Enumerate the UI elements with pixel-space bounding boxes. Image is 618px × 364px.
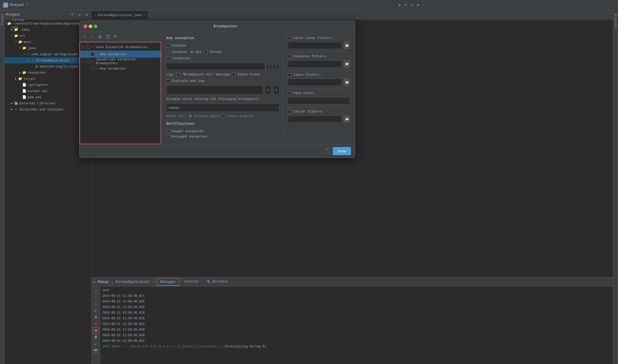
bp-checkbox-js[interactable] [87, 60, 90, 63]
instance-browse-btn[interactable]: 📁 [344, 60, 350, 67]
radio-leave-enabled[interactable] [222, 115, 225, 118]
bp-checkbox-java[interactable] [87, 45, 90, 49]
locate-btn[interactable]: ◎ [76, 12, 83, 18]
step-down-btn[interactable]: ↓ [93, 301, 99, 307]
tree-arrow-java: ▾ [18, 47, 22, 50]
stop-btn[interactable]: ■ [93, 321, 99, 327]
nav-list-icon[interactable]: ≡ [403, 3, 408, 7]
catch-class-browse-btn[interactable]: 📁 [344, 42, 350, 49]
debug-close-btn[interactable]: × [153, 280, 155, 284]
catch-class-checkbox[interactable] [288, 36, 291, 40]
tree-item-iml[interactable]: 📄 eureka.iml [5, 88, 91, 94]
tree-item-java[interactable]: ▾ 📁 java [5, 45, 91, 51]
record-btn[interactable]: ⏺ [93, 327, 99, 334]
copy-btn[interactable] [105, 33, 111, 40]
none-select[interactable]: <None> [166, 104, 279, 112]
help-button[interactable]: ? [324, 147, 331, 154]
folder-icon-idea: 📁 [14, 28, 18, 32]
project-dropdown-arrow[interactable]: ▼ [26, 4, 28, 6]
log-stack-trace-checkbox[interactable] [232, 73, 235, 76]
radio-thread[interactable] [204, 50, 207, 54]
catch-class-input[interactable] [288, 42, 342, 49]
tab-console[interactable]: Console [181, 278, 202, 286]
tree-item-resources[interactable]: ▶ 📁 resources [5, 70, 91, 76]
class-browse-btn[interactable]: 📁 [344, 79, 350, 86]
tree-item-scratches[interactable]: ▶ ✏ Scratches and Consoles [5, 106, 91, 112]
caller-input[interactable] [288, 116, 342, 123]
tree-item-src[interactable]: ▾ 📁 src [5, 33, 91, 39]
step-up-btn[interactable]: ↑ [93, 294, 99, 300]
tree-item-eureka[interactable]: ▾ 📁 eureka ~/worksoft/workspace/idea/myp… [5, 20, 91, 27]
condition-expand-btn[interactable]: ⤢ [266, 64, 272, 69]
done-button[interactable]: Done [333, 147, 351, 155]
maximize-traffic-light[interactable] [94, 25, 97, 28]
class-filter-checkbox[interactable] [288, 73, 291, 77]
tab-debugger[interactable]: Debugger [157, 278, 179, 286]
condition-checkbox[interactable] [166, 57, 170, 60]
tree-item-main-method[interactable]: m main(String[]):void [5, 63, 91, 70]
bp-group-java[interactable]: ▾ ⚡ Java Exception Breakpoints [80, 43, 161, 51]
tree-item-eureka-app[interactable]: ▾ ☕ EurekaApplication [5, 57, 91, 63]
gear-btn[interactable]: ⚙ [84, 12, 90, 18]
caller-browse-btn[interactable]: 📁 [344, 116, 350, 123]
remove-breakpoint-btn[interactable]: − [89, 33, 96, 40]
tab-close-btn[interactable]: × [143, 14, 145, 17]
bp-arrow-java: ▾ [82, 46, 86, 49]
radio-disable-again[interactable] [188, 115, 192, 118]
pass-count-input[interactable] [288, 97, 350, 104]
tree-item-main[interactable]: ▾ 📁 main [5, 39, 91, 45]
dialog-footer: ? Done [79, 144, 355, 158]
condition-dropdown-btn[interactable]: ▾ [273, 64, 279, 69]
restart-btn[interactable]: ↺ [93, 288, 99, 294]
bp-group-js[interactable]: ▾ ⚡ JavaScript Exception Breakpoints [80, 58, 161, 65]
camera-btn[interactable]: 📷 [93, 347, 99, 354]
nav-add-icon[interactable]: ⊕ [397, 3, 402, 7]
delete-btn[interactable]: 🗑 [93, 334, 99, 340]
export-btn[interactable] [97, 33, 104, 40]
suspend-checkbox[interactable] [166, 50, 170, 54]
radio-all[interactable] [190, 50, 193, 54]
bp-checkbox-js-any[interactable] [91, 67, 94, 70]
caught-exception-checkbox[interactable] [166, 130, 170, 133]
eval-log-input[interactable] [166, 85, 263, 95]
caller-filter-checkbox[interactable] [288, 110, 291, 113]
log-line-1: 2024-06-21 11:50:40.827 [102, 293, 611, 299]
enabled-checkbox[interactable] [166, 44, 170, 48]
tab-actuator[interactable]: 🔧 Actuator [204, 278, 232, 286]
folder-icon-src: 📁 [14, 34, 18, 38]
bp-item-any-exception[interactable]: ⚡ Any exception [80, 51, 161, 58]
bp-checkbox-any[interactable] [91, 52, 94, 56]
tree-item-ext-libs[interactable]: ▶ 📚 External Libraries [5, 100, 91, 106]
tree-item-com[interactable]: ▾ ⬡ com.zxguan.springcloud2 [5, 51, 91, 57]
close-traffic-light[interactable] [84, 25, 87, 28]
eval-log-dropdown-btn[interactable]: ▾ [273, 85, 279, 95]
settings-btn[interactable]: © [112, 33, 119, 40]
add-breakpoint-btn[interactable]: + [82, 33, 88, 40]
pass-count-checkbox[interactable] [288, 92, 291, 95]
pencil-btn[interactable]: ✏ [93, 341, 99, 347]
project-vertical-tab[interactable]: Project [0, 11, 5, 27]
uncaught-exception-checkbox[interactable] [166, 135, 170, 139]
eval-log-expand-btn[interactable]: ⤢ [265, 85, 271, 95]
class-input[interactable] [288, 79, 342, 86]
eval-log-checkbox[interactable] [166, 79, 170, 83]
nav-arrows-icon[interactable]: ⇌ [409, 3, 414, 7]
tree-item-gitignore[interactable]: 📄 .gitignore [5, 82, 91, 88]
nav-minimize-icon[interactable]: − [421, 3, 427, 7]
instance-filter-checkbox[interactable] [288, 55, 291, 58]
minimize-traffic-light[interactable] [89, 25, 92, 28]
method-icon-main: m [34, 65, 39, 69]
collapse-all-btn[interactable]: ≡ [69, 12, 75, 18]
bp-item-js-any-exception[interactable]: ⚡ Any exception [80, 65, 161, 72]
structure-tab[interactable]: Structure [614, 11, 618, 30]
tree-item-target[interactable]: ▶ 📁 target [5, 76, 91, 82]
tree-item-pom[interactable]: 📄 pom.xml [5, 94, 91, 100]
resume-btn[interactable]: ▷ [93, 308, 99, 314]
tab-eureka-application[interactable]: ☕ EurekaApplication.java × [91, 11, 148, 19]
instance-input[interactable] [288, 60, 342, 67]
condition-input[interactable] [166, 63, 265, 70]
log-hit-msg-checkbox[interactable] [176, 73, 180, 76]
title-bar: J Project ▼ ⊕ ≡ ⇌ ⚙ − [0, 0, 618, 10]
nav-settings-icon[interactable]: ⚙ [415, 3, 420, 7]
pause-btn[interactable]: ⏸ [93, 314, 99, 320]
